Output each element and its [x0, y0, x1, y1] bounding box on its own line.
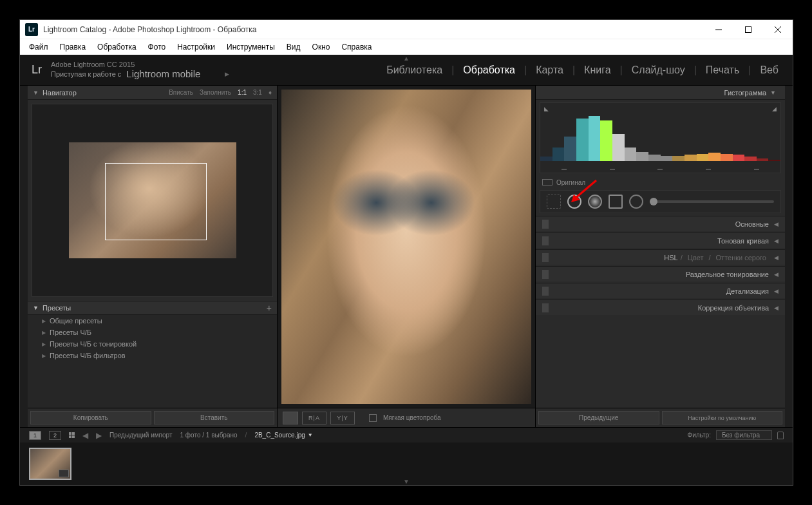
panel-tone-curve[interactable]: Тоновая кривая◀ — [536, 233, 785, 248]
histogram-header[interactable]: Гистограмма ▼ — [536, 86, 785, 100]
presets-title: Пресеты — [42, 304, 71, 312]
histogram[interactable]: ◣ ◢ — [540, 102, 781, 173]
original-toggle[interactable]: Оригинал — [536, 176, 785, 189]
menu-photo[interactable]: Фото — [143, 41, 171, 53]
compare-yy-button[interactable]: Y|Y — [330, 412, 355, 424]
module-develop[interactable]: Обработка — [460, 64, 518, 76]
nav-fill[interactable]: Заполнить — [200, 89, 231, 96]
minimize-button[interactable] — [704, 20, 733, 39]
panel-hsl[interactable]: HSL/Цвет/Оттенки серого ◀ — [536, 249, 785, 265]
clipping-highlights-icon[interactable]: ◢ — [772, 106, 777, 112]
nav-3to1[interactable]: 3:1 — [253, 89, 262, 96]
chevron-right-icon: ▶ — [42, 341, 46, 347]
panel-basic[interactable]: Основные◀ — [536, 216, 785, 231]
left-gutter[interactable] — [20, 86, 28, 427]
collapse-top-icon[interactable]: ▲ — [403, 55, 410, 62]
current-filename[interactable]: 2B_C_Source.jpg▼ — [254, 432, 312, 439]
nav-back-icon[interactable]: ◀ — [82, 431, 88, 440]
nav-zoom-menu-icon[interactable]: ♦ — [269, 89, 272, 96]
menu-view[interactable]: Вид — [281, 41, 306, 53]
menu-window[interactable]: Окно — [307, 41, 335, 53]
navigator-preview[interactable] — [32, 104, 273, 297]
preset-folder[interactable]: ▶Общие пресеты — [28, 315, 277, 327]
maximize-button[interactable] — [733, 20, 763, 39]
module-book[interactable]: Книга — [581, 64, 613, 76]
nav-forward-icon[interactable]: ▶ — [96, 431, 102, 440]
chevron-down-icon: ▼ — [33, 305, 39, 311]
close-button[interactable] — [763, 20, 793, 39]
main-image-view[interactable] — [281, 90, 531, 404]
clipping-shadows-icon[interactable]: ◣ — [544, 106, 549, 112]
module-slideshow[interactable]: Слайд-шоу — [629, 64, 688, 76]
crop-tool[interactable] — [547, 195, 561, 209]
collapse-bottom-icon[interactable]: ▼ — [403, 478, 410, 485]
radial-filter-tool[interactable] — [629, 195, 643, 209]
module-map[interactable]: Карта — [533, 64, 566, 76]
chevron-right-icon: ▶ — [42, 318, 46, 324]
app-area: ▲ Lr Adobe Lightroom CC 2015 Приступая к… — [20, 55, 793, 485]
defaults-button[interactable]: Настройки по умолчанию — [662, 411, 783, 424]
panel-toggle[interactable] — [542, 287, 549, 296]
previous-button[interactable]: Предыдущие — [538, 411, 659, 424]
window-controls — [704, 20, 793, 39]
center-toolbar: R|A Y|Y Мягкая цветопроба — [278, 408, 535, 427]
navigator-crop-frame[interactable] — [105, 163, 207, 240]
filmstrip-thumbnail[interactable] — [29, 448, 71, 480]
panel-toggle[interactable] — [542, 236, 549, 245]
filter-lock-icon[interactable] — [777, 432, 784, 439]
panel-toggle[interactable] — [542, 303, 549, 312]
graduated-filter-tool[interactable] — [609, 195, 623, 209]
histogram-title: Гистограмма — [724, 89, 767, 97]
menu-file[interactable]: Файл — [24, 41, 53, 53]
menu-develop[interactable]: Обработка — [92, 41, 142, 53]
lr-logo: Lr — [32, 63, 42, 77]
second-display-button[interactable]: 2 — [49, 431, 61, 440]
panel-toggle[interactable] — [542, 253, 549, 262]
main-row: ▼ Навигатор Вписать Заполнить 1:1 3:1 ♦ — [20, 86, 793, 427]
paste-button[interactable]: Вставить — [154, 411, 275, 424]
preset-folder[interactable]: ▶Пресеты Ч/Б фильтров — [28, 350, 277, 361]
filter-select[interactable]: Без фильтра — [716, 430, 772, 440]
redeye-tool[interactable] — [588, 195, 602, 209]
main-display-button[interactable]: 1 — [29, 431, 41, 440]
menu-help[interactable]: Справка — [336, 41, 377, 53]
app-window: Lr Lightroom Catalog - Adobe Photoshop L… — [19, 19, 793, 486]
presets-header[interactable]: ▼ Пресеты + — [28, 301, 277, 315]
navigator-header[interactable]: ▼ Навигатор Вписать Заполнить 1:1 3:1 ♦ — [28, 86, 277, 100]
panel-detail[interactable]: Детализация◀ — [536, 283, 785, 298]
header-mobile-line[interactable]: Приступая к работе с Lightroom mobile ▶ — [51, 68, 229, 79]
add-preset-button[interactable]: + — [267, 303, 272, 313]
module-print[interactable]: Печать — [703, 64, 742, 76]
chevron-left-icon: ◀ — [774, 254, 779, 261]
minimize-icon — [715, 26, 722, 33]
module-library[interactable]: Библиотека — [384, 64, 445, 76]
panel-split-toning[interactable]: Раздельное тонирование◀ — [536, 266, 785, 281]
preset-folder[interactable]: ▶Пресеты Ч/Б — [28, 327, 277, 338]
chevron-down-icon: ▼ — [33, 90, 39, 96]
grid-view-icon[interactable] — [69, 432, 75, 438]
menu-tools[interactable]: Инструменты — [222, 41, 280, 53]
tool-strip — [540, 190, 781, 213]
module-web[interactable]: Веб — [757, 64, 781, 76]
filmstrip-header: 1 2 ◀ ▶ Предыдущий импорт 1 фото / 1 выб… — [20, 427, 793, 443]
brush-size-slider[interactable] — [650, 200, 774, 203]
right-gutter[interactable] — [785, 86, 793, 427]
menu-edit[interactable]: Правка — [55, 41, 91, 53]
chevron-right-icon: ▶ — [42, 330, 46, 336]
softproof-checkbox[interactable] — [369, 414, 377, 422]
maximize-icon — [745, 26, 751, 33]
source-label[interactable]: Предыдущий импорт — [109, 432, 173, 439]
chevron-left-icon: ◀ — [774, 305, 779, 311]
panel-toggle[interactable] — [542, 220, 549, 229]
nav-1to1[interactable]: 1:1 — [238, 89, 247, 96]
panel-toggle[interactable] — [542, 270, 549, 279]
spot-removal-tool[interactable] — [567, 195, 581, 209]
menu-settings[interactable]: Настройки — [172, 41, 220, 53]
copy-button[interactable]: Копировать — [30, 411, 151, 424]
titlebar: Lr Lightroom Catalog - Adobe Photoshop L… — [20, 20, 793, 39]
panel-lens-correction[interactable]: Коррекция объектива◀ — [536, 300, 785, 315]
loupe-view-button[interactable] — [283, 412, 298, 424]
preset-folder[interactable]: ▶Пресеты Ч/Б с тонировкой — [28, 338, 277, 350]
nav-fit[interactable]: Вписать — [169, 89, 193, 96]
compare-ra-button[interactable]: R|A — [302, 412, 326, 424]
